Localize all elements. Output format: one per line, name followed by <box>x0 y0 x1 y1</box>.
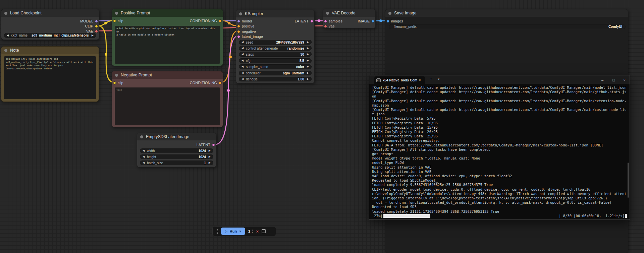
node-header[interactable]: Save Image <box>385 9 628 17</box>
denoise-widget[interactable]: ◀ denoise 1.00 ▶ <box>239 77 312 81</box>
scheduler-widget[interactable]: ◀ scheduler sgm_uniform ▶ <box>239 71 312 75</box>
arrow-right-icon[interactable]: ▶ <box>209 161 211 165</box>
collapse-dot-icon[interactable] <box>388 12 391 15</box>
arrow-left-icon[interactable]: ◀ <box>143 161 145 165</box>
node-header[interactable]: VAE Decode <box>323 9 375 17</box>
arrow-left-icon[interactable]: ◀ <box>143 148 145 153</box>
vae-input-port[interactable] <box>324 25 327 28</box>
positive-input-port[interactable] <box>237 25 240 28</box>
model-output-port[interactable] <box>95 20 98 23</box>
arrow-right-icon[interactable]: ▶ <box>209 154 211 159</box>
minimize-icon[interactable]: – <box>601 78 603 82</box>
ksampler-node[interactable]: KSampler model LATENT positive negative … <box>236 10 315 83</box>
drag-handle-icon[interactable] <box>215 229 218 234</box>
arrow-right-icon[interactable]: ▶ <box>307 46 309 51</box>
empty-latent-node[interactable]: EmptySD3LatentImage LATENT ◀ width 1024 … <box>137 133 216 168</box>
node-header[interactable]: Negative Prompt <box>112 71 223 79</box>
note-node[interactable]: Note sd3_medium_incl_clips.safetensors a… <box>1 46 99 102</box>
conditioning-output-port[interactable] <box>219 19 222 22</box>
negative-prompt-node[interactable]: Negative Prompt clip CONDITIONING text <box>112 71 223 127</box>
batch-count-control[interactable]: 1 ∧ ∨ <box>248 229 253 233</box>
node-header[interactable]: EmptySD3LatentImage <box>137 133 216 140</box>
filename-prefix-widget[interactable]: filename_prefix ComfyUI <box>389 24 626 29</box>
arrow-right-icon[interactable]: ▶ <box>307 71 309 75</box>
control-after-generate-widget[interactable]: ◀ control after generate randomize ▶ <box>239 46 312 51</box>
image-output-port[interactable] <box>371 20 374 23</box>
cfg-widget[interactable]: ◀ cfg 5.5 ▶ <box>239 58 312 63</box>
batch-count-stepper[interactable]: ∧ ∨ <box>252 229 253 233</box>
close-icon[interactable]: × <box>624 78 626 82</box>
arrow-left-icon[interactable]: ◀ <box>241 46 244 51</box>
negative-input-port[interactable] <box>237 30 240 33</box>
arrow-left-icon[interactable]: ◀ <box>241 77 244 81</box>
vae-decode-node[interactable]: VAE Decode samples IMAGE vae <box>323 9 376 28</box>
arrow-left-icon[interactable]: ◀ <box>241 58 244 63</box>
arrow-right-icon[interactable]: ▶ <box>307 40 309 45</box>
terminal-tab[interactable]: ›_ x64 Native Tools Command Pr × <box>374 76 425 84</box>
latent-output-port[interactable] <box>212 143 215 146</box>
collapse-dot-icon[interactable] <box>239 12 242 15</box>
note-textarea[interactable]: sd3_medium_incl_clips.safetensors and sd… <box>4 56 96 99</box>
terminal-scrollbar[interactable] <box>628 163 629 198</box>
clip-output-port[interactable] <box>95 25 98 28</box>
node-header[interactable]: Load Checkpoint <box>1 9 99 17</box>
arrow-left-icon[interactable]: ◀ <box>241 71 244 75</box>
arrow-left-icon[interactable]: ◀ <box>241 64 244 69</box>
arrow-right-icon[interactable]: ▶ <box>307 64 309 69</box>
arrow-right-icon[interactable]: ▶ <box>92 33 94 38</box>
terminal-log-line: FETCH ComfyRegistry Data: 10/95 <box>372 121 627 125</box>
stepper-down-icon[interactable]: ∨ <box>252 231 253 233</box>
arrow-right-icon[interactable]: ▶ <box>307 52 309 57</box>
tab-dropdown-icon[interactable]: ∨ <box>438 75 440 83</box>
arrow-left-icon[interactable]: ◀ <box>7 33 9 38</box>
seed-widget[interactable]: ◀ seed 284469951867929 ▶ <box>239 40 312 45</box>
tab-close-icon[interactable]: × <box>419 76 421 84</box>
arrow-right-icon[interactable]: ▶ <box>307 77 309 81</box>
width-widget[interactable]: ◀ width 1024 ▶ <box>140 148 213 153</box>
sampler-name-widget[interactable]: ◀ sampler_name euler ▶ <box>239 64 312 69</box>
arrow-right-icon[interactable]: ▶ <box>209 148 211 153</box>
node-header[interactable]: Note <box>1 47 99 54</box>
progress-bar <box>383 214 558 218</box>
batch-size-widget[interactable]: ◀ batch_size 1 ▶ <box>140 161 213 165</box>
terminal-titlebar[interactable]: ›_ x64 Native Tools Command Pr × + ∨ – □… <box>369 75 630 84</box>
latent-image-input-port[interactable] <box>237 35 240 38</box>
terminal-content[interactable]: [ComfyUI-Manager] default cache updated:… <box>369 84 630 218</box>
steps-widget[interactable]: ◀ steps 30 ▶ <box>239 52 312 57</box>
arrow-right-icon[interactable]: ▶ <box>307 58 309 63</box>
terminal-window[interactable]: ›_ x64 Native Tools Command Pr × + ∨ – □… <box>369 75 630 219</box>
new-tab-icon[interactable]: + <box>430 75 432 83</box>
negative-prompt-textarea[interactable]: text <box>115 87 220 125</box>
height-widget[interactable]: ◀ height 1024 ▶ <box>140 154 213 159</box>
run-options-chevron-icon[interactable]: ∨ <box>239 230 241 233</box>
node-header[interactable]: KSampler <box>236 10 314 17</box>
arrow-left-icon[interactable]: ◀ <box>241 40 244 45</box>
collapse-dot-icon[interactable] <box>4 12 7 15</box>
cancel-icon[interactable]: × <box>256 229 259 234</box>
widget-value: sd3_medium_incl_clips.safetensors <box>32 34 89 37</box>
vae-output-port[interactable] <box>95 30 98 33</box>
ckpt-name-widget[interactable]: ◀ ckpt_name sd3_medium_incl_clips.safete… <box>4 33 96 38</box>
collapse-dot-icon[interactable] <box>115 74 118 77</box>
stop-icon[interactable] <box>262 229 266 233</box>
collapse-dot-icon[interactable] <box>115 12 118 15</box>
collapse-dot-icon[interactable] <box>140 135 143 138</box>
model-input-port[interactable] <box>237 20 240 23</box>
comfyui-canvas[interactable]: { "colors": { "model": "#a692ea", "clip"… <box>0 0 644 253</box>
latent-output-port[interactable] <box>310 20 313 23</box>
clip-input-port[interactable] <box>113 19 116 22</box>
arrow-left-icon[interactable]: ◀ <box>241 52 244 57</box>
run-button[interactable]: ▷ Run ∨ <box>221 228 245 235</box>
node-header[interactable]: Positive Prompt <box>112 9 223 17</box>
images-input-port[interactable] <box>386 20 389 23</box>
load-checkpoint-node[interactable]: Load Checkpoint MODEL CLIP VAE ◀ ckpt_na… <box>1 9 99 40</box>
conditioning-output-port[interactable] <box>219 81 222 84</box>
collapse-dot-icon[interactable] <box>326 12 329 15</box>
clip-input-port[interactable] <box>113 81 116 84</box>
positive-prompt-textarea[interactable]: a bottle with a pink and red galaxy insi… <box>115 26 220 64</box>
positive-prompt-node[interactable]: Positive Prompt clip CONDITIONING a bott… <box>112 9 223 66</box>
samples-input-port[interactable] <box>324 20 327 23</box>
maximize-icon[interactable]: □ <box>612 78 615 82</box>
arrow-left-icon[interactable]: ◀ <box>143 154 145 159</box>
collapse-dot-icon[interactable] <box>4 49 7 52</box>
